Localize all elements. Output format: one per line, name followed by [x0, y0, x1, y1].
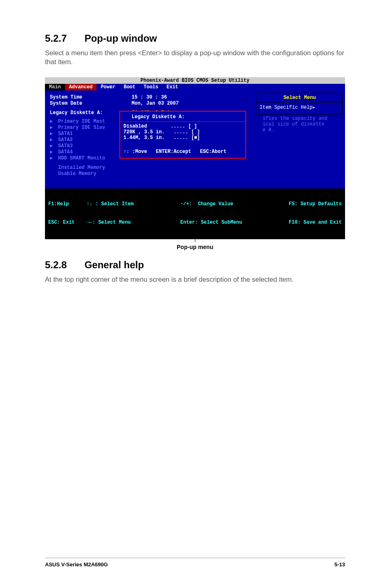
submenu-item[interactable]: Primary IDE Mast — [58, 119, 105, 125]
section-heading: Pop-up window — [85, 33, 157, 44]
footer-page-number: 5-13 — [334, 561, 345, 568]
tab-power[interactable]: Power — [96, 84, 119, 90]
section-body-popup: Select a menu item then press <Enter> to… — [45, 48, 345, 67]
footer-select-submenu: Enter: Select SubMenu — [180, 220, 242, 226]
section-number: 5.2.7 — [45, 33, 82, 44]
footer-product-name: ASUS V-Series M2A690G — [45, 561, 108, 568]
tab-boot[interactable]: Boot — [119, 84, 139, 90]
submenu-arrow-icon: ▶ — [50, 131, 58, 137]
footer-f5-defaults: F5: Setup Defaults — [289, 201, 342, 207]
tab-exit[interactable]: Exit — [162, 84, 182, 90]
caption-leader-line — [195, 230, 195, 242]
system-date-value[interactable]: Mon, Jan 03 2007 — [132, 101, 179, 107]
help-panel: Select Menu Item Specific Help▸ — [257, 93, 343, 115]
system-date-label: System Date — [50, 101, 132, 107]
footer-esc-exit: ESC: Exit →←: Select Menu — [48, 220, 134, 226]
submenu-item[interactable]: SATA4 — [58, 149, 73, 155]
popup-option-144m[interactable]: 1.44M, 3.5 in. ..... [■] — [123, 135, 242, 141]
footer-change-value: -/+: Change Value — [180, 201, 242, 207]
section-heading: General help — [85, 259, 144, 270]
submenu-arrow-icon: ▶ — [50, 125, 58, 131]
popup-option-720k[interactable]: 720K , 3.5 in. ..... [ ] — [123, 129, 242, 135]
system-time-value[interactable]: 15 : 30 : 36 — [132, 94, 167, 101]
bios-screenshot: Phoenix-Award BIOS CMOS Setup Utility Ma… — [45, 77, 345, 239]
submenu-item[interactable]: SATA2 — [58, 137, 73, 143]
help-item-specific: Item Specific Help▸ — [257, 102, 342, 114]
tab-advanced[interactable]: Advanced — [65, 84, 97, 90]
section-body-general-help: At the top right corner of the menu scre… — [45, 275, 345, 284]
bios-title: Phoenix-Award BIOS CMOS Setup Utility — [45, 77, 345, 84]
popup-title: Legacy Diskette A: — [123, 113, 242, 121]
submenu-arrow-icon: ▶ — [50, 119, 58, 125]
section-number: 5.2.8 — [45, 259, 82, 271]
submenu-arrow-icon: ▶ — [50, 155, 58, 162]
figure-caption: Pop-up menu — [177, 244, 213, 250]
submenu-item[interactable]: SATA1 — [58, 131, 73, 137]
popup-option-disabled[interactable]: Disabled ..... [ ] — [123, 123, 242, 129]
section-title-general-help: 5.2.8 General help — [45, 259, 345, 271]
popup-menu[interactable]: Legacy Diskette A: Disabled ..... [ ] 72… — [119, 111, 246, 159]
help-select-menu: Select Menu — [257, 93, 342, 102]
popup-divider — [120, 121, 245, 122]
help-description: ifies the capacity and ical size of disk… — [257, 115, 343, 133]
installed-memory-label: Installed Memory — [58, 165, 105, 171]
footer-f10-save: F10: Save and Exit — [289, 220, 342, 226]
section-title-popup: 5.2.7 Pop-up window — [45, 33, 345, 44]
submenu-item[interactable]: HDD SMART Monito — [58, 155, 105, 162]
bios-tab-row: Main Advanced Power Boot Tools Exit — [45, 84, 345, 90]
page-footer: ASUS V-Series M2A690G 5-13 — [45, 558, 345, 568]
submenu-arrow-icon: ▶ — [50, 143, 58, 149]
footer-f1-help: F1:Help ↑↓ : Select Item — [48, 201, 134, 207]
submenu-arrow-icon: ▶ — [50, 149, 58, 155]
submenu-item[interactable]: SATA3 — [58, 143, 73, 149]
system-time-label: System Time — [50, 94, 132, 101]
tab-main[interactable]: Main — [45, 84, 65, 90]
submenu-item[interactable]: Primary IDE Slav — [58, 125, 105, 131]
usable-memory-label: Usable Memory — [58, 171, 96, 177]
submenu-arrow-icon: ▶ — [50, 137, 58, 143]
tab-tools[interactable]: Tools — [139, 84, 162, 90]
popup-footer-keys: ↑↓ :Move ENTER:Accept ESC:Abort — [123, 141, 242, 155]
